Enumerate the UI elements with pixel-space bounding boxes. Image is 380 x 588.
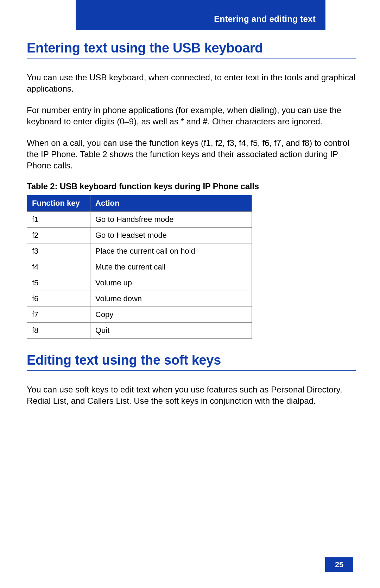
function-key-table: Function key Action f1Go to Handsfree mo…: [27, 195, 252, 339]
para-usb-3: When on a call, you can use the function…: [27, 137, 356, 172]
table-caption: Table 2: USB keyboard function keys duri…: [27, 181, 356, 191]
table-row: f2Go to Headset mode: [27, 227, 252, 243]
cell-action: Volume down: [90, 291, 252, 307]
th-function-key: Function key: [27, 195, 90, 211]
table-row: f8Quit: [27, 322, 252, 338]
cell-action: Go to Handsfree mode: [90, 211, 252, 227]
th-action: Action: [90, 195, 252, 211]
cell-key: f8: [27, 322, 90, 338]
cell-key: f1: [27, 211, 90, 227]
para-usb-2: For number entry in phone applications (…: [27, 105, 356, 128]
para-usb-1: You can use the USB keyboard, when conne…: [27, 72, 356, 95]
cell-action: Copy: [90, 307, 252, 322]
page-number: 25: [325, 557, 353, 572]
header-tab: Entering and editing text: [76, 0, 325, 30]
table-row: f6Volume down: [27, 291, 252, 307]
cell-key: f4: [27, 259, 90, 275]
table-row: f5Volume up: [27, 275, 252, 291]
table-row: f1Go to Handsfree mode: [27, 211, 252, 227]
cell-action: Quit: [90, 322, 252, 338]
section-title: Entering and editing text: [214, 14, 316, 24]
table-row: f4Mute the current call: [27, 259, 252, 275]
cell-action: Place the current call on hold: [90, 243, 252, 259]
heading-soft-keys: Editing text using the soft keys: [27, 353, 356, 371]
cell-key: f6: [27, 291, 90, 307]
cell-action: Volume up: [90, 275, 252, 291]
table-row: f7Copy: [27, 307, 252, 322]
para-soft-1: You can use soft keys to edit text when …: [27, 384, 356, 407]
cell-key: f7: [27, 307, 90, 322]
cell-action: Go to Headset mode: [90, 227, 252, 243]
table-row: f3Place the current call on hold: [27, 243, 252, 259]
cell-key: f5: [27, 275, 90, 291]
heading-usb-keyboard: Entering text using the USB keyboard: [27, 41, 356, 58]
cell-key: f2: [27, 227, 90, 243]
cell-action: Mute the current call: [90, 259, 252, 275]
page-content: Entering text using the USB keyboard You…: [27, 41, 356, 417]
cell-key: f3: [27, 243, 90, 259]
